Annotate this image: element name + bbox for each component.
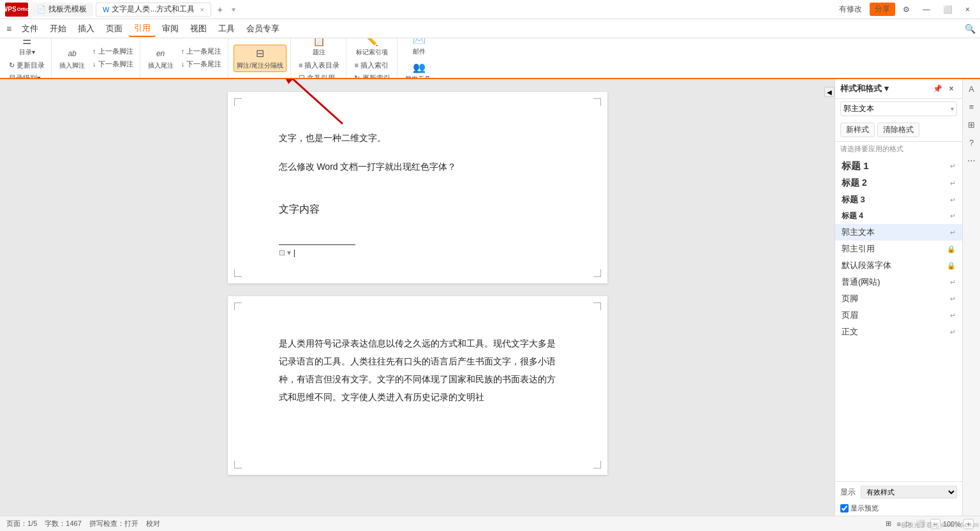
page-info: 页面：1/5 — [6, 519, 37, 528]
new-style-button[interactable]: 新样式 — [840, 123, 875, 137]
ribbon-btn-toc-level[interactable]: 目录级别▾ — [6, 72, 47, 79]
menu-page[interactable]: 页面 — [101, 21, 128, 36]
ribbon-btn-prev-endnote[interactable]: ↑ 上一条尾注 — [179, 45, 225, 57]
style-h4-enter: ↵ — [950, 212, 956, 220]
style-body-text-label: 正文 — [842, 326, 858, 338]
maximize-button[interactable]: ⬜ — [938, 4, 958, 15]
corner-tl — [234, 98, 242, 106]
mass-send-icon: 👥 — [412, 60, 426, 74]
ribbon-btn-prev-footnote[interactable]: ↑ 上一条脚注 — [90, 45, 136, 57]
style-normal-web-enter: ↵ — [950, 278, 956, 287]
menu-vip[interactable]: 会员专享 — [241, 21, 285, 36]
menu-review[interactable]: 审阅 — [157, 21, 184, 36]
style-body[interactable]: 正文 ↵ — [835, 324, 962, 340]
style-default-font[interactable]: 默认段落字体 🔒 — [835, 257, 962, 274]
ribbon-btn-next-endnote[interactable]: ↓ 下一条尾注 — [179, 58, 225, 70]
format-selector[interactable]: 郭主文本 ▾ — [840, 101, 957, 116]
share-button[interactable]: 分享 — [870, 3, 895, 16]
page-text-1: 文字，也是一种二维文字。 — [279, 130, 556, 146]
page-content-1: 文字，也是一种二维文字。 怎么修改 Word 文档一打字就出现红色字体？ 文字内… — [279, 130, 556, 219]
strip-btn-more[interactable]: ⋯ — [965, 153, 979, 167]
style-quote-lock: 🔒 — [947, 245, 956, 253]
ribbon-btn-insert-footnote[interactable]: ab 插入脚注 — [57, 45, 87, 71]
ribbon-btn-toc[interactable]: ☰ 目录▾ — [15, 38, 38, 58]
menu-start[interactable]: 开始 — [45, 21, 71, 36]
ribbon-btn-insert-index[interactable]: ≡ 插入索引 — [352, 59, 392, 71]
tab-close-icon[interactable]: × — [200, 6, 204, 13]
minimize-button[interactable]: — — [917, 4, 935, 15]
menu-file[interactable]: 文件 — [17, 21, 43, 36]
ribbon-btn-insert-endnote[interactable]: en 插入尾注 — [145, 45, 176, 71]
ribbon-group-index: ✏️ 标记索引项 ≡ 插入索引 ↻ 更新索引 — [348, 38, 397, 78]
style-h2[interactable]: 标题 2 ↵ — [835, 175, 962, 191]
strip-btn-help[interactable]: ? — [965, 135, 979, 149]
ribbon-group-toc: ☰ 目录▾ ↻ 更新目录 目录级别▾ — [3, 38, 52, 78]
ribbon-btn-footnote-separator[interactable]: ⊟ 脚注/尾注分隔线 — [234, 45, 286, 72]
ribbon-btn-update-index[interactable]: ↻ 更新索引 — [352, 72, 392, 79]
has-modify-label[interactable]: 有修改 — [834, 3, 867, 16]
style-footer[interactable]: 页脚 ↵ — [835, 290, 962, 307]
title-bar-left: WPS Office 📄 找板壳模板 W 文字是人类...方式和工具 × + ▾ — [5, 3, 238, 17]
text-cursor[interactable]: | — [293, 248, 295, 257]
search-icon[interactable]: 🔍 — [962, 21, 977, 36]
tab-document[interactable]: W 文字是人类...方式和工具 × — [96, 3, 211, 17]
footnote-area: ⊡ ▾ | — [279, 244, 556, 257]
menu-view[interactable]: 视图 — [185, 21, 212, 36]
strip-btn-a[interactable]: A — [965, 82, 979, 96]
preview-checkbox-label[interactable]: 显示预览 — [840, 504, 957, 513]
preview-checkbox[interactable] — [840, 504, 849, 512]
ribbon: ☰ 目录▾ ↻ 更新目录 目录级别▾ ab 插入脚注 ↑ 上一条脚注 ↓ 下一条… — [0, 38, 980, 79]
separator-icon: ⊟ — [253, 47, 267, 61]
style-header[interactable]: 页眉 ↵ — [835, 307, 962, 324]
style-normal-web[interactable]: 普通(网站) ↵ — [835, 274, 962, 290]
style-default-label: 默认段落字体 — [842, 260, 891, 271]
footnote-marker: ⊡ ▾ — [279, 248, 291, 257]
wps-logo: WPS Office — [5, 3, 28, 17]
menu-reference[interactable]: 引用 — [129, 20, 156, 37]
style-h1-enter: ↵ — [950, 162, 956, 170]
ribbon-btn-insert-table-toc[interactable]: ≡ 插入表目录 — [296, 59, 342, 71]
tab-add-button[interactable]: + — [214, 3, 226, 16]
page-text-3: 文字内容 — [279, 200, 556, 219]
menu-tools[interactable]: 工具 — [213, 21, 240, 36]
ribbon-btn-update-toc[interactable]: ↻ 更新目录 — [6, 59, 47, 71]
close-button[interactable]: × — [960, 4, 975, 15]
style-body-text[interactable]: 郭主文本 ↵ — [835, 224, 962, 241]
mark-index-icon: ✏️ — [365, 38, 379, 47]
style-default-lock: 🔒 — [947, 262, 956, 270]
page-1: 文字，也是一种二维文字。 怎么修改 Word 文档一打字就出现红色字体？ 文字内… — [228, 92, 607, 283]
hamburger-menu[interactable]: ≡ — [3, 22, 15, 36]
style-quote-label: 郭主引用 — [842, 243, 875, 255]
style-body-enter: ↵ — [950, 228, 956, 237]
strip-btn-grid[interactable]: ⊞ — [965, 117, 979, 131]
ribbon-btn-cross-ref[interactable]: ☐ 文叉引用 — [296, 72, 342, 79]
corner-bl-p2 — [234, 461, 242, 468]
style-h3[interactable]: 标题 3 ↵ — [835, 191, 962, 208]
style-list: 标题 1 ↵ 标题 2 ↵ 标题 3 ↵ 标题 4 ↵ 郭主文本 ↵ 郭主引用 … — [835, 156, 962, 481]
strip-btn-list[interactable]: ≡ — [965, 100, 979, 114]
panel-expand-btn[interactable]: ◀ — [824, 87, 835, 97]
panel-close-icon[interactable]: × — [946, 83, 957, 94]
panel-pin-icon[interactable]: 📌 — [932, 83, 943, 94]
styles-panel: 样式和格式 ▾ 📌 × ◀ 郭主文本 ▾ 新样式 清除格式 请选择要应用的格式 … — [835, 79, 962, 516]
view-mode-print[interactable]: ⊞ — [886, 520, 891, 528]
settings-icon[interactable]: ⚙ — [898, 4, 915, 15]
ribbon-btn-mass-send[interactable]: 👥 群发工具▾ — [403, 59, 436, 79]
document-area[interactable]: 文字，也是一种二维文字。 怎么修改 Word 文档一打字就出现红色字体？ 文字内… — [0, 79, 835, 516]
ribbon-group-mail: ✉️ 邮件 👥 群发工具▾ — [399, 38, 440, 78]
style-h4[interactable]: 标题 4 ↵ — [835, 208, 962, 224]
clear-format-button[interactable]: 清除格式 — [877, 123, 919, 137]
ribbon-btn-caption[interactable]: 📋 题注 — [308, 38, 330, 58]
ribbon-btn-next-footnote[interactable]: ↓ 下一条脚注 — [90, 58, 136, 70]
show-select[interactable]: 有效样式 — [861, 486, 957, 498]
style-h2-label: 标题 2 — [842, 177, 867, 189]
corner-br — [593, 269, 601, 277]
corner-br-p2 — [593, 461, 601, 468]
ribbon-btn-mail[interactable]: ✉️ 邮件 — [408, 38, 431, 57]
style-quote[interactable]: 郭主引用 🔒 — [835, 241, 962, 257]
style-h1[interactable]: 标题 1 ↵ — [835, 158, 962, 175]
ribbon-btn-mark-index[interactable]: ✏️ 标记索引项 — [353, 38, 390, 58]
menu-insert[interactable]: 插入 — [73, 21, 100, 36]
tab-find-template[interactable]: 📄 找板壳模板 — [31, 3, 93, 17]
style-header-label: 页眉 — [842, 310, 858, 321]
